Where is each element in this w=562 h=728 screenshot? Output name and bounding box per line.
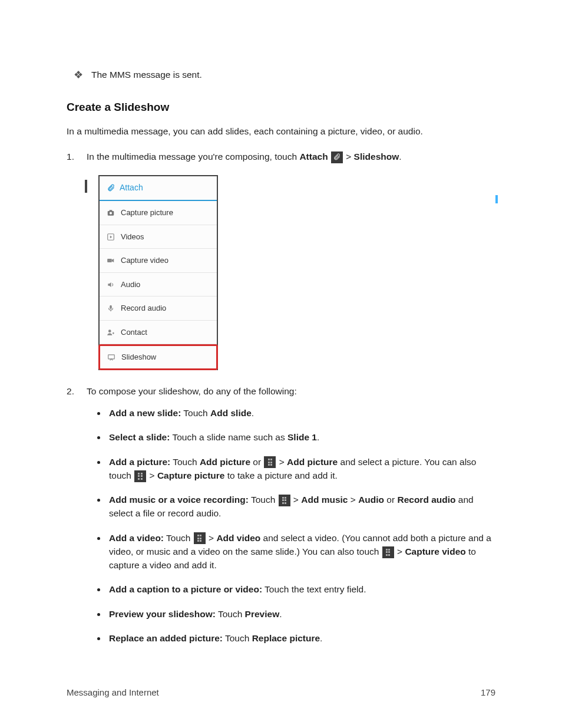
t: . (320, 633, 322, 643)
camera-icon (107, 209, 115, 217)
step1-dot: . (399, 151, 401, 162)
attach-icon (331, 151, 343, 163)
sub-add-picture: Add a picture: Touch Add picture or > Ad… (107, 455, 495, 483)
overflow-menu-icon (134, 470, 146, 482)
sub-add-music: Add music or a voice recording: Touch > … (107, 493, 495, 521)
menu-item-videos[interactable]: Videos (100, 225, 217, 249)
t: Touch (223, 633, 252, 643)
steps-list: In the multimedia message you're composi… (67, 150, 495, 645)
t: Add picture (200, 457, 250, 467)
menu-label: Record audio (121, 302, 166, 314)
svg-rect-5 (110, 305, 112, 309)
t: > (395, 546, 405, 556)
play-icon (107, 233, 115, 241)
t: Touch (170, 457, 200, 467)
sub-add-video: Add a video: Touch > Add video and selec… (107, 531, 495, 572)
menu-item-record-audio[interactable]: Record audio (100, 297, 217, 321)
menu-item-contact[interactable]: Contact (100, 321, 217, 345)
t: Replace picture (252, 633, 320, 643)
t: Touch (164, 533, 193, 543)
sub-label: Add a new slide: (109, 408, 181, 418)
svg-rect-2 (110, 210, 113, 211)
t: Record audio (397, 495, 455, 505)
t: > (291, 495, 302, 505)
attach-icon-small (107, 184, 115, 192)
overflow-menu-icon (194, 532, 206, 544)
overflow-menu-icon (264, 456, 276, 468)
t: to take a picture and add it. (224, 470, 337, 480)
sub-replace-picture: Replace an added picture: Touch Replace … (107, 631, 495, 645)
blue-strip-decoration (495, 195, 498, 203)
menu-header-label: Attach (120, 182, 143, 194)
diamond-bullet-icon: ❖ (74, 70, 83, 80)
sub-add-new-slide: Add a new slide: Touch Add slide. (107, 406, 495, 420)
menu-item-slideshow-highlighted[interactable]: Slideshow (98, 344, 218, 370)
t: > (206, 533, 217, 543)
t: Add picture (287, 457, 338, 467)
sub-label: Add music or a voice recording: (109, 495, 249, 505)
sub-label: Replace an added picture: (109, 633, 223, 643)
t: . (317, 432, 319, 442)
contact-icon (107, 328, 115, 337)
t: . (252, 408, 254, 418)
t: Slide 1 (287, 432, 317, 442)
t: Add video (216, 533, 260, 543)
t: or (384, 495, 397, 505)
edge-decoration (85, 180, 87, 193)
step1-attach-label: Attach (299, 151, 328, 162)
speaker-icon (107, 281, 115, 289)
menu-label: Contact (121, 327, 147, 338)
t: Capture picture (157, 470, 225, 480)
microphone-icon (107, 304, 115, 312)
menu-label: Slideshow (121, 351, 156, 363)
step1-gt: > (343, 151, 354, 162)
svg-point-1 (110, 212, 112, 215)
sub-add-caption: Add a caption to a picture or video: Tou… (107, 582, 495, 596)
sub-label: Preview your slideshow: (109, 609, 216, 619)
menu-item-capture-picture[interactable]: Capture picture (100, 201, 217, 225)
slideshow-icon (107, 353, 115, 361)
attach-menu-screenshot: Attach Capture picture Videos Capture vi… (87, 175, 495, 370)
t: Add slide (210, 408, 252, 418)
step2-text: To compose your slideshow, do any of the… (87, 386, 297, 396)
sub-label: Select a slide: (109, 432, 170, 442)
t: Touch the text entry field. (262, 584, 366, 594)
menu-item-capture-video[interactable]: Capture video (100, 249, 217, 273)
t: Preview (245, 609, 280, 619)
step-1: In the multimedia message you're composi… (67, 150, 495, 370)
menu-header: Attach (100, 176, 217, 201)
svg-point-6 (108, 330, 111, 332)
t: > (147, 470, 157, 480)
menu-label: Videos (121, 231, 144, 243)
intro-paragraph: In a multimedia message, you can add sli… (67, 124, 495, 138)
svg-rect-7 (108, 355, 115, 359)
svg-rect-4 (107, 259, 112, 262)
menu-item-audio[interactable]: Audio (100, 273, 217, 297)
t: > (276, 457, 287, 467)
t: . (279, 609, 282, 619)
sub-label: Add a caption to a picture or video: (109, 584, 262, 594)
t: Touch (249, 495, 278, 505)
sub-label: Add a picture: (109, 457, 170, 467)
t: Add music (301, 495, 348, 505)
overflow-menu-icon (382, 546, 394, 558)
menu-label: Capture video (121, 255, 168, 266)
section-heading: Create a Slideshow (67, 99, 495, 116)
t: > (348, 495, 358, 505)
t: Touch (181, 408, 210, 418)
step1-text-a: In the multimedia message you're composi… (87, 151, 299, 162)
t: Touch a slide name such as (170, 432, 287, 442)
video-camera-icon (107, 256, 115, 265)
sub-preview: Preview your slideshow: Touch Preview. (107, 607, 495, 621)
footer-page-number: 179 (481, 686, 495, 700)
menu-list: Capture picture Videos Capture video Aud… (100, 201, 217, 370)
step2-sublist: Add a new slide: Touch Add slide. Select… (87, 406, 495, 645)
t: Audio (358, 495, 384, 505)
t: Capture video (405, 546, 465, 556)
footer-section-name: Messaging and Internet (67, 686, 159, 700)
overflow-menu-icon (279, 495, 290, 506)
result-text: The MMS message is sent. (91, 68, 202, 81)
page-footer: Messaging and Internet 179 (67, 686, 495, 700)
t: Touch (216, 609, 245, 619)
step1-slideshow-label: Slideshow (354, 151, 399, 162)
